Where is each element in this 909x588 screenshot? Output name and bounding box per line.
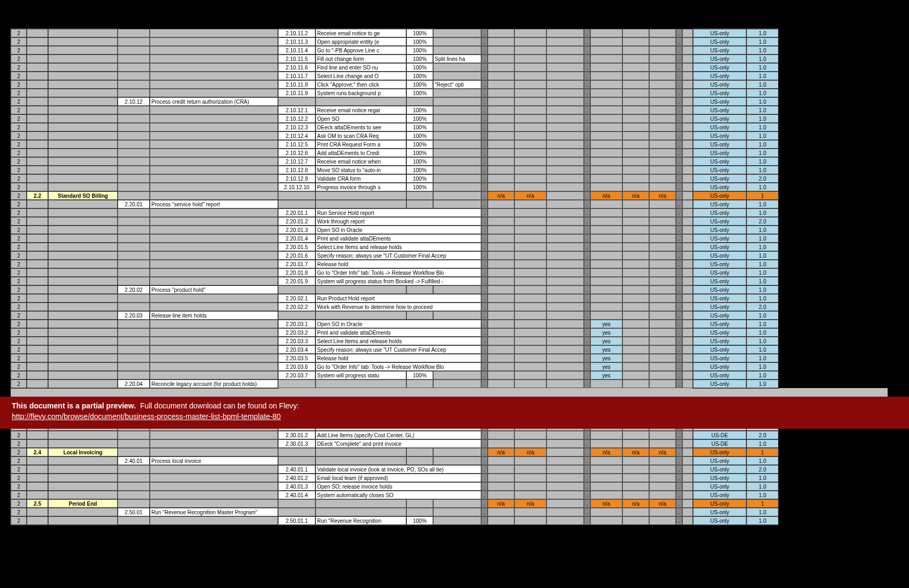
table-row: 22.10.11.8Click "Approve;" then click100… <box>11 80 888 89</box>
table-row: 22.30.01.2Add Line Items (specify Cost C… <box>11 431 888 439</box>
banner-link[interactable]: http://flevy.com/browse/document/busines… <box>12 412 281 421</box>
table-row: 22.10.12.6Add attaDEments to Credi100%..… <box>11 149 888 157</box>
table-row: 22.5Period End.n/an/a.n/an/an/a.US-only1 <box>11 499 888 508</box>
table-row: 22.10.12.3DEeck attaDEments to see100%..… <box>11 123 888 131</box>
table-row: 22.10.11.6Find line and enter SO nu100%.… <box>11 63 888 72</box>
banner-text: Full document download can be found on F… <box>140 401 299 410</box>
table-row: 22.20.01Process "service hold" report...… <box>11 200 888 208</box>
table-row: 22.10.11.9System runs background p100%..… <box>11 89 888 97</box>
table-row: 22.10.11.3Open appropriate entity (e100%… <box>11 37 888 46</box>
table-row: 22.40.01.2Email local team (if approved)… <box>11 474 888 482</box>
table-row: 22.10.12.8Move SO status to "auto-in100%… <box>11 166 888 174</box>
table-row: 22.40.01.4System automatically closes SO… <box>11 491 888 499</box>
table-row: 22.30.01.3DEeck "Complete" and print inv… <box>11 439 888 448</box>
table-row: 22.10.11.2Receive email notice to ge100%… <box>11 29 888 37</box>
table-row: 22.10.12.10Progress invoice through s100… <box>11 183 888 191</box>
table-row: 22.20.02Process "product hold"...US-only… <box>11 285 888 294</box>
table-row: 22.40.01Process local invoice...US-only1… <box>11 457 888 465</box>
table-row: 22.10.12.2Open SO100%...US-only1.0 <box>11 114 888 123</box>
preview-banner: This document is a partial preview. Full… <box>0 397 909 429</box>
table-row: 22.20.01.6Specify reason; always use "UT… <box>11 251 888 260</box>
table-row: 22.20.03.2Print and validate attaDEments… <box>11 328 888 337</box>
table-row: 22.20.03.1Open SO in Oracle..yes.US-only… <box>11 320 888 328</box>
table-row: 22.10.11.5Fill out change form100%Split … <box>11 55 888 63</box>
table-row: 22.20.01.5Select Line Items and release … <box>11 243 888 251</box>
table-row: 22.20.01.2Work through report...US-only2… <box>11 217 888 226</box>
table-row: 22.10.11.7Select Line change and O100%..… <box>11 72 888 80</box>
table-row: 22.20.03Release line item holds...US-onl… <box>11 311 888 320</box>
table-row: 22.20.02.2Work with Revenue to determine… <box>11 303 888 311</box>
table-row: 22.10.12Process credit return authorizat… <box>11 97 888 106</box>
table-row: 22.10.12.7Receive email notice when100%.… <box>11 157 888 166</box>
table-row: 22.20.01.7Release hold...US-only1.0 <box>11 260 888 268</box>
table-row: 22.40.01.1Validate local invoice (look a… <box>11 465 888 474</box>
table-row: 22.20.01.8Go to "Order Info" tab: Tools … <box>11 268 888 277</box>
table-row: 22.20.03.5Release hold..yes.US-only1.0 <box>11 354 888 362</box>
table-row: 22.10.12.9Validate CRA form100%...US-onl… <box>11 174 888 183</box>
table-row: 22.20.01.9System will progress status fr… <box>11 277 888 285</box>
table-row: 22.50.01Run "Revenue Recognition Master … <box>11 508 888 516</box>
table-row: 22.10.11.4Go to "-PB Approve Line c100%.… <box>11 46 888 55</box>
table-row: 22.10.12.5Print CRA Request Form a100%..… <box>11 140 888 149</box>
table-row: 22.2Standard SO Billing.n/an/a.n/an/an/a… <box>11 191 888 200</box>
table-row: 22.20.03.4Specify reason; always use "UT… <box>11 345 888 354</box>
banner-bold: This document is a partial preview. <box>12 401 136 410</box>
table-row: 22.20.02.1Run Product Hold report...US-o… <box>11 294 888 303</box>
table-row: 22.10.12.4Ask OM to scan CRA Req100%...U… <box>11 131 888 140</box>
table-row: 22.20.01.3Open SO in Oracle...US-only1.0 <box>11 226 888 234</box>
table-row: 22.20.01.4Print and validate attaDEments… <box>11 234 888 243</box>
table-row: 22.10.12.1Receive email notice regar100%… <box>11 106 888 114</box>
table-row: 22.20.03.7System will progress statu100%… <box>11 371 888 380</box>
table-row: 22.20.03.6Go to "Order Info" tab: Tools … <box>11 362 888 371</box>
table-row: 22.40.01.3Open SO; release invoice holds… <box>11 482 888 491</box>
table-row: 22.20.03.3Select Line Items and release … <box>11 337 888 345</box>
table-row: 22.20.04Reconcile legacy account (for pr… <box>11 380 888 388</box>
table-row: 22.4Local Invoicing.n/an/a.n/an/an/a.US-… <box>11 448 888 457</box>
table-row: 22.20.01.1Run Service Hold report...US-o… <box>11 208 888 217</box>
table-row: 22.50.01.1Run "Revenue Recognition100%..… <box>11 516 888 525</box>
spreadsheet-table: 22.10.11.2Receive email notice to ge100%… <box>11 29 888 525</box>
